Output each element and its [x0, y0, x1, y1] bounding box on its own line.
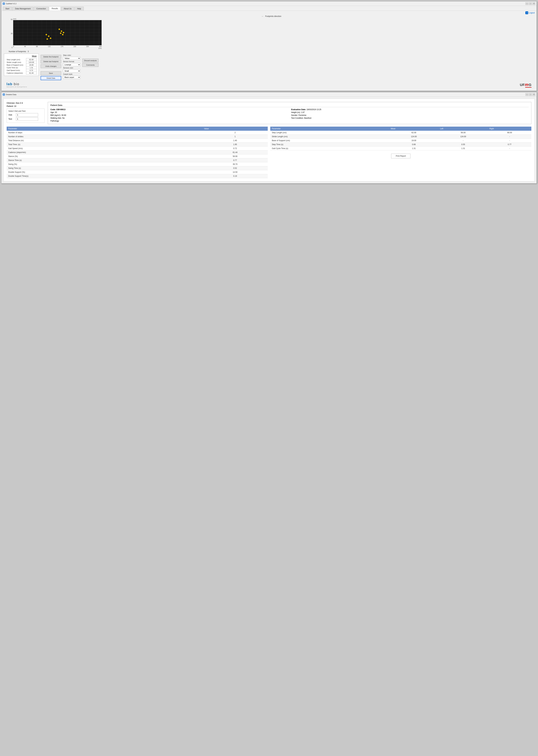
chart-title-label: Footprints direction [265, 15, 281, 17]
comments-button[interactable]: Comments [82, 63, 98, 67]
detail-title-bar: N Detailed Data — □ ✕ [1, 92, 537, 97]
close-button[interactable]: ✕ [532, 2, 535, 5]
t1-param-10: Double Support (%): [7, 170, 202, 174]
stats-label-1: Stride Length (cm): [6, 61, 26, 64]
patient-bmi: BMI (kg/m²): 30.90 [50, 114, 288, 116]
table1: Parameter Value Number of steps:2Number … [7, 127, 268, 178]
carpet-style-select[interactable]: Black carpet [63, 76, 81, 79]
test-cond-label: Test Condition: [291, 117, 303, 119]
print-report-button[interactable]: Print Report [391, 154, 410, 158]
stats-row-1: Stride Length (cm): 124.00 [6, 61, 37, 64]
table2: Parameter Mean Left Right Step Length (c… [270, 127, 531, 150]
test-input[interactable] [16, 117, 38, 121]
t2-mean-2: 19.00 [389, 138, 438, 142]
logout-icon: ➜ [525, 11, 528, 14]
discard-analysis-button[interactable]: Discard analysis [82, 59, 98, 62]
table-row: Step Time (s):0.660.550.77 [270, 142, 531, 146]
main-content: ← Footprints direction 56 28 0 (cm) [1, 15, 537, 91]
tab-connection[interactable]: Connection [34, 7, 49, 11]
sensors-size-select[interactable]: Small [63, 69, 81, 73]
table-row: Gait Cycle Time (s):1.311.31- [270, 146, 531, 150]
table-row: Total Time: (s):1.95 [7, 142, 268, 146]
stats-label-5: Cadence (steps/min): [6, 72, 26, 75]
patient-pathology: Pathology: [50, 120, 288, 122]
stats-val-3: 1.31 [26, 66, 36, 69]
chart-container: ← Footprints direction 56 28 0 (cm) [9, 15, 534, 49]
x-tick-132: 132 [48, 46, 51, 47]
maximize-button[interactable]: □ [529, 2, 532, 5]
stats-label-4: Gait Speed (m/s): [6, 69, 26, 72]
detail-maximize-button[interactable]: □ [529, 93, 532, 96]
tab-about-us[interactable]: About Us [61, 7, 74, 11]
x-tick-176: 176 [61, 46, 63, 47]
direction-arrow: ← [261, 15, 264, 18]
stats-label-3: Cycle Time (s): [6, 66, 26, 69]
t1-val-10: 14.50 [202, 170, 268, 174]
table-row: Swing (%):39.70 [7, 162, 268, 166]
footprint-chart [13, 20, 102, 45]
minimize-button[interactable]: — [525, 2, 528, 5]
stats-val-1: 124.00 [26, 61, 36, 64]
extra-buttons: Discard analysis Comments [82, 54, 98, 67]
footprint-dot [48, 35, 49, 37]
tab-data-management[interactable]: Data Management [12, 7, 33, 11]
carpet-style-label: Carpet style: [63, 73, 81, 75]
undo-button[interactable]: Undo changes [41, 64, 61, 68]
t1-param-1: Number of strides: [7, 135, 202, 138]
t2-header-right: Right [488, 127, 531, 131]
step-color-select[interactable]: Yellow [63, 57, 81, 60]
t1-val-2: 1.40 [202, 138, 268, 142]
logout-button[interactable]: ➜ Logout [525, 11, 535, 14]
y-tick-0: 0 [12, 47, 13, 48]
detail-top-section: Clinician: Xwz Z A Patient: 13 Select Vi… [7, 102, 531, 124]
delete-first-button[interactable]: Delete first footprint [41, 55, 61, 59]
gender-label: Gender: [291, 114, 298, 116]
patient-field: Patient: 13 [7, 105, 45, 107]
t1-param-9: Swing Time (s): [7, 166, 202, 170]
t2-left-0: 56.00 [439, 131, 488, 135]
table-row: Gait Speed (m/s):0.72 [7, 146, 268, 150]
action-buttons: Delete first footprint Delete last footp… [41, 54, 61, 80]
app-title: GaitWell V2.2 [6, 3, 17, 5]
detail-close-button[interactable]: ✕ [532, 93, 535, 96]
t2-header-left: Left [439, 127, 488, 131]
footprint-dot [46, 38, 48, 40]
t2-mean-0: 62.00 [389, 131, 438, 135]
visit-input[interactable] [16, 113, 38, 117]
footprint-dot [45, 34, 47, 35]
clinician-field: Clinician: Xwz Z A [7, 102, 45, 104]
table-row: Stance Time (s):0.77 [7, 158, 268, 162]
tab-help[interactable]: Help [75, 7, 84, 11]
height-label: Height (m): [291, 111, 300, 114]
stats-label-0: Step Length (cm): [6, 58, 26, 61]
t2-param-2: Base of Support (cm): [270, 138, 389, 142]
detail-data-button[interactable]: Detail Data [41, 76, 61, 80]
t1-param-0: Number of steps: [7, 131, 202, 135]
t1-val-0: 2 [202, 131, 268, 135]
save-button[interactable]: Save [41, 71, 61, 75]
tab-results[interactable]: Results [49, 7, 61, 11]
detail-minimize-button[interactable]: — [525, 93, 528, 96]
footprints-count-row: Number of footprints: 3 [4, 50, 534, 53]
sensor-format-select[interactable]: Losange [63, 63, 81, 66]
settings-panel: Step color: Yellow Sensor format: Losang… [63, 54, 81, 79]
stats-val-5: 61.44 [26, 72, 36, 75]
sensors-size-label: Sensors size: [63, 67, 81, 69]
labbio-sublabel: laboratório de bioengenharia [7, 86, 27, 87]
t2-param-1: Stride Length (cm): [270, 135, 389, 138]
t1-val-5: 61.44 [202, 150, 268, 154]
y-tick-28: 28 [11, 33, 13, 34]
table-row: Number of steps:2 [7, 131, 268, 135]
stats-val-2: 19.00 [26, 64, 36, 66]
tab-start[interactable]: Start [3, 7, 12, 11]
footprint-dot [50, 37, 52, 39]
x-tick-220: 220 [74, 46, 76, 47]
x-axis-unit: (cm) [13, 47, 102, 49]
footprints-count-label: Number of footprints: [9, 50, 27, 53]
ufmg-logo-wrap: UFmG [520, 82, 531, 87]
table-row: Cadence (steps/min):61.44 [7, 150, 268, 154]
delete-last-button[interactable]: Delete last footprint [41, 60, 61, 63]
print-row: Print Report [270, 154, 531, 158]
title-bar-left: N GaitWell V2.2 [3, 3, 17, 5]
t2-header-param: Parameter [270, 127, 389, 131]
